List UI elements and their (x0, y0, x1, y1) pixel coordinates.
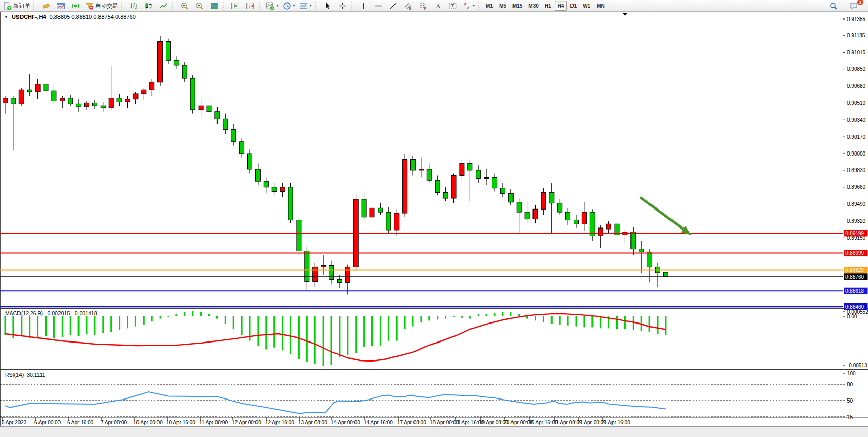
line-chart-button[interactable] (156, 0, 171, 11)
bar-chart-icon (129, 2, 138, 10)
svg-text:14 Apr 16:00: 14 Apr 16:00 (364, 420, 393, 425)
timeframe-m15-button[interactable]: M15 (509, 1, 525, 11)
timeframe-m5-button[interactable]: M5 (496, 1, 509, 11)
toolbar-grip (33, 2, 36, 10)
svg-text:0.89150: 0.89150 (847, 235, 866, 241)
signals-button[interactable] (68, 0, 83, 11)
styler-button[interactable] (38, 0, 53, 11)
macd-value: -0.002015 (46, 310, 70, 316)
svg-text:12 Apr 00:00: 12 Apr 00:00 (232, 420, 261, 425)
cursor-button[interactable] (320, 0, 335, 11)
indicators-button[interactable]: ▾ (264, 0, 281, 11)
timeframe-m30-button[interactable]: M30 (525, 1, 541, 11)
notification-badge: 1 (857, 0, 864, 6)
hline-button[interactable] (371, 0, 386, 11)
svg-text:0.91355: 0.91355 (847, 16, 866, 22)
svg-text:24 Apr 16:00: 24 Apr 16:00 (601, 420, 630, 425)
svg-text:80: 80 (847, 382, 853, 387)
fibonacci-icon: F (419, 2, 427, 10)
svg-text:6 Apr 16:00: 6 Apr 16:00 (67, 420, 94, 425)
svg-text:0.90170: 0.90170 (847, 134, 866, 140)
chart-window-button[interactable] (53, 0, 68, 11)
templates-button[interactable]: ▾ (297, 0, 314, 11)
signals-icon (71, 2, 80, 10)
arrows-button[interactable]: ▾ (460, 0, 477, 11)
search-button[interactable] (826, 0, 841, 11)
svg-text:17 Apr 08:00: 17 Apr 08:00 (397, 420, 426, 425)
chart-title: ▼ USDCHF-,H4 0.88805 0.88810 0.88754 0.8… (4, 14, 136, 20)
symbol-dropdown-icon[interactable]: ▼ (4, 15, 8, 20)
new-order-button[interactable]: 新订单 (1, 0, 32, 11)
svg-text:7 Apr 08:00: 7 Apr 08:00 (101, 420, 127, 425)
channel-icon: E (404, 2, 412, 10)
timeframe-mn-button[interactable]: MN (594, 1, 608, 11)
channel-button[interactable]: E (401, 0, 416, 11)
svg-text:0.88760: 0.88760 (845, 274, 864, 280)
chart-canvas[interactable]: 0.0005520.00-0.005131008050150.891990.88… (0, 0, 868, 437)
zoom-out-button[interactable] (192, 0, 207, 11)
chart-shift-button[interactable] (243, 0, 258, 11)
trendline-button[interactable] (386, 0, 401, 11)
vline-icon (359, 2, 368, 10)
svg-text:50: 50 (847, 398, 853, 404)
timeframe-h1-button[interactable]: H1 (542, 1, 555, 11)
rsi-label: RSI(14) 30.1111 (5, 372, 45, 378)
timeframe-d1-button[interactable]: D1 (567, 1, 580, 11)
zoom-in-button[interactable] (177, 0, 192, 11)
main-toolbar: 新订单自动交易▾▾▾EFAT▾M1M5M15M30H1H4D1W1MN1 (0, 0, 868, 12)
svg-text:13 Apr 08:00: 13 Apr 08:00 (298, 420, 327, 425)
tile-windows-icon (210, 2, 219, 10)
ohlc-values: 0.88805 0.88810 0.88754 0.88760 (50, 14, 136, 20)
svg-text:15: 15 (847, 414, 853, 420)
svg-text:0.88460: 0.88460 (845, 304, 864, 310)
zoom-in-icon (180, 2, 189, 10)
text-label-icon: T (448, 2, 457, 10)
crosshair-icon (338, 2, 347, 10)
periods-icon (283, 2, 291, 10)
svg-text:0.91015: 0.91015 (847, 50, 866, 55)
macd-signal-value: -0.001418 (73, 310, 97, 316)
svg-text:14 Apr 00:00: 14 Apr 00:00 (331, 420, 360, 425)
indicators-icon (266, 2, 274, 10)
periods-button[interactable]: ▾ (281, 0, 298, 11)
candlestick-button[interactable] (141, 0, 156, 11)
toolbar-grip (478, 2, 481, 10)
text-label-button[interactable]: T (445, 0, 460, 11)
zoom-out-icon (195, 2, 204, 10)
svg-text:T: T (451, 3, 454, 8)
bar-chart-button[interactable] (126, 0, 141, 11)
svg-text:0.89660: 0.89660 (847, 184, 866, 190)
symbol-title: USDCHF-,H4 (12, 14, 46, 20)
svg-text:12 Apr 16:00: 12 Apr 16:00 (265, 420, 294, 425)
svg-text:0.89320: 0.89320 (847, 218, 866, 224)
tile-windows-button[interactable] (207, 0, 222, 11)
crosshair-button[interactable] (335, 0, 350, 11)
notifications-button[interactable]: 1 (846, 0, 861, 11)
text-button[interactable]: A (430, 0, 445, 11)
svg-text:0.00: 0.00 (847, 314, 857, 319)
svg-text:10 Apr 00:00: 10 Apr 00:00 (133, 420, 163, 425)
svg-text:6 Apr 00:00: 6 Apr 00:00 (34, 420, 61, 425)
svg-text:0.89830: 0.89830 (847, 167, 866, 173)
auto-scroll-button[interactable] (228, 0, 243, 11)
svg-text:11 Apr 08:00: 11 Apr 08:00 (199, 420, 228, 425)
new-order-icon (3, 2, 12, 10)
vline-button[interactable] (356, 0, 371, 11)
fibonacci-button[interactable]: F (416, 0, 430, 11)
svg-text:0.90680: 0.90680 (847, 83, 866, 89)
timeframe-w1-button[interactable]: W1 (580, 1, 594, 11)
svg-text:F: F (424, 7, 426, 10)
toolbar-grip (351, 2, 354, 10)
timeframe-m1-button[interactable]: M1 (483, 1, 496, 11)
line-chart-icon (159, 2, 168, 10)
autotrading-button[interactable]: 自动交易 (83, 0, 120, 11)
trendline-icon (389, 2, 398, 10)
hline-icon (374, 2, 383, 10)
trading-terminal-window: 新订单自动交易▾▾▾EFAT▾M1M5M15M30H1H4D1W1MN1 0.0… (0, 0, 868, 437)
svg-text:E: E (409, 6, 411, 10)
svg-text:0.88999: 0.88999 (845, 250, 864, 256)
timeframe-h4-button[interactable]: H4 (555, 1, 567, 11)
svg-text:0.88829: 0.88829 (845, 267, 864, 273)
svg-text:5 Apr 2023: 5 Apr 2023 (2, 420, 27, 425)
svg-text:0.90000: 0.90000 (847, 151, 866, 157)
